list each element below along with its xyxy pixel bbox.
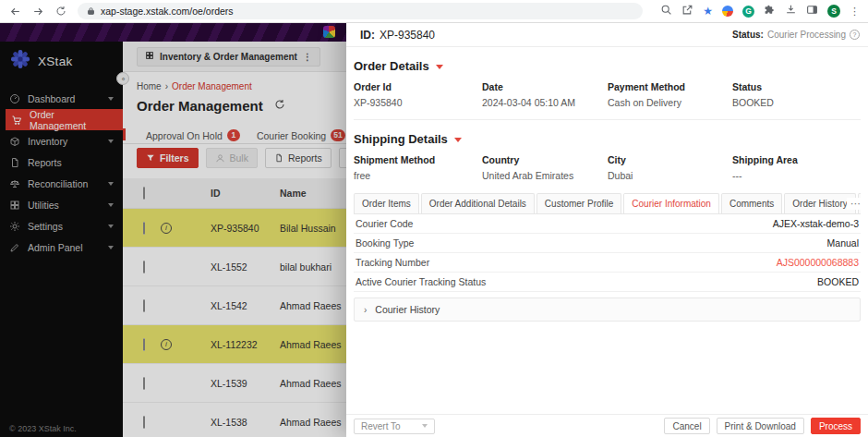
profile-avatar[interactable]: S: [827, 5, 840, 18]
status-help-icon[interactable]: ?: [850, 30, 860, 40]
browser-chrome: xap-stage.xstak.com/oe/orders ★ G S ⋮: [0, 0, 868, 23]
drawer-header: ID:XP-935840 Status: Courier Processing …: [346, 23, 868, 47]
chevron-down-icon: [422, 424, 428, 428]
browser-menu-icon[interactable]: ⋮: [850, 6, 860, 17]
kv-value: BOOKED: [817, 276, 859, 287]
revert-to-label: Revert To: [361, 421, 401, 431]
kv-label: Tracking Number: [356, 257, 429, 268]
section-title-text: Order Details: [354, 59, 429, 73]
url-text[interactable]: xap-stage.xstak.com/oe/orders: [101, 6, 234, 17]
courier-code-row: Courier Code AJEX-xstak-demo-3: [354, 214, 861, 234]
search-icon[interactable]: [660, 3, 672, 19]
drawer-mask[interactable]: [0, 23, 346, 437]
order-id-label: ID:: [360, 29, 375, 42]
field-value: Dubai: [608, 170, 732, 181]
reload-icon[interactable]: [55, 6, 66, 17]
field-label: Payment Method: [608, 81, 732, 92]
field-value: ---: [732, 170, 861, 181]
puzzle-extensions-icon[interactable]: [764, 3, 776, 19]
kv-label: Courier Code: [356, 218, 413, 229]
cancel-button[interactable]: Cancel: [664, 418, 709, 434]
kv-value: AJEX-xstak-demo-3: [773, 218, 859, 229]
field-label: Shipment Method: [354, 154, 482, 165]
print-download-button[interactable]: Print & Download: [717, 418, 804, 434]
download-icon[interactable]: [785, 3, 797, 19]
order-id-value: XP-935840: [380, 29, 435, 42]
tab-customer-profile[interactable]: Customer Profile: [536, 193, 621, 213]
courier-history-label: Courier History: [375, 304, 440, 315]
field-label: City: [608, 154, 732, 165]
chevron-down-icon: [436, 65, 443, 69]
booking-type-row: Booking Type Manual: [354, 234, 861, 253]
extension-circle-icon[interactable]: [722, 6, 733, 17]
tab-comments[interactable]: Comments: [721, 193, 782, 213]
tracking-status-row: Active Courier Tracking Status BOOKED: [354, 273, 861, 292]
bookmark-star-icon[interactable]: ★: [703, 6, 713, 17]
field-value: Cash on Delivery: [608, 97, 732, 108]
order-details-fields: Order IdXP-935840 Date2024-03-04 05:10 A…: [354, 81, 861, 108]
tab-order-items[interactable]: Order Items: [354, 193, 419, 213]
status-label: Status:: [732, 30, 764, 40]
tabs-overflow-icon[interactable]: ⋯: [847, 198, 861, 210]
kv-label: Active Courier Tracking Status: [356, 276, 486, 287]
shipping-details-fields: Shipment Methodfree CountryUnited Arab E…: [354, 154, 861, 181]
back-icon[interactable]: [9, 6, 21, 18]
kv-label: Booking Type: [356, 237, 414, 249]
field-label: Date: [482, 81, 608, 92]
kv-value: Manual: [827, 237, 859, 249]
share-icon[interactable]: [681, 3, 693, 19]
order-detail-drawer: ID:XP-935840 Status: Courier Processing …: [346, 23, 868, 437]
drawer-tabs: Order Items Order Additional Details Cus…: [354, 193, 861, 214]
revert-to-select[interactable]: Revert To: [354, 419, 435, 434]
tab-order-additional-details[interactable]: Order Additional Details: [421, 193, 535, 213]
address-bar[interactable]: xap-stage.xstak.com/oe/orders: [78, 3, 643, 19]
drawer-body: Order Details Order IdXP-935840 Date2024…: [346, 47, 868, 414]
screen: xap-stage.xstak.com/oe/orders ★ G S ⋮ XS…: [0, 0, 868, 437]
field-label: Shipping Area: [732, 154, 861, 165]
field-label: Country: [482, 154, 608, 165]
tracking-number-link[interactable]: AJS000000068883: [777, 257, 859, 268]
field-label: Order Id: [354, 81, 482, 92]
status-indicator: Status: Courier Processing ?: [732, 30, 860, 40]
tab-courier-information[interactable]: Courier Information: [623, 193, 719, 214]
lock-icon: [87, 3, 95, 19]
process-button[interactable]: Process: [811, 418, 861, 434]
status-value: Courier Processing: [767, 30, 846, 40]
order-details-section-title[interactable]: Order Details: [354, 59, 861, 73]
side-panel-icon[interactable]: [806, 3, 818, 19]
field-label: Status: [732, 81, 861, 92]
tracking-number-row: Tracking Number AJS000000068883: [354, 253, 861, 273]
forward-icon[interactable]: [32, 6, 44, 18]
drawer-footer: Revert To Cancel Print & Download Proces…: [346, 414, 868, 437]
section-title-text: Shipping Details: [354, 132, 448, 146]
field-value: XP-935840: [354, 97, 482, 108]
field-value: free: [354, 170, 482, 181]
grammarly-icon[interactable]: G: [742, 6, 754, 18]
chevron-right-icon: ›: [364, 305, 367, 315]
divider: [354, 119, 861, 120]
courier-history-collapse[interactable]: › Courier History: [354, 297, 861, 322]
field-value: United Arab Emirates: [482, 170, 608, 181]
tab-order-history[interactable]: Order History: [784, 193, 855, 213]
chevron-down-icon: [454, 138, 462, 142]
field-value: 2024-03-04 05:10 AM: [482, 97, 608, 108]
field-value: BOOKED: [732, 97, 861, 108]
app-region: XStak Dashboard Order Management Invento…: [0, 23, 868, 437]
shipping-details-section-title[interactable]: Shipping Details: [354, 132, 861, 146]
